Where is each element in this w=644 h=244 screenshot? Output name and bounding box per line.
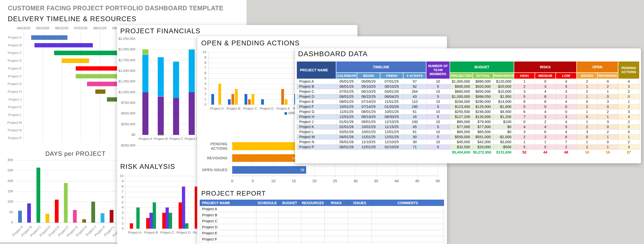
dash-cell[interactable]: 0 (535, 144, 556, 149)
dash-cell[interactable]: 4 (556, 129, 577, 134)
dash-cell[interactable]: $120,000 (493, 79, 514, 84)
report-cell[interactable] (348, 212, 372, 218)
dash-cell[interactable]: Project M (297, 134, 336, 139)
dash-cell[interactable]: $900,000 (450, 84, 473, 89)
report-cell[interactable] (325, 236, 348, 242)
dash-cell[interactable]: 10/01/25 (357, 129, 380, 134)
dash-cell[interactable]: -$20,000 (493, 84, 514, 89)
dash-cell[interactable]: $4,500 (493, 109, 514, 114)
report-cell[interactable]: Project D (200, 224, 256, 230)
dash-cell[interactable]: 12/01/25 (380, 134, 403, 139)
dash-cell[interactable]: 5 (426, 134, 450, 139)
dash-cell[interactable]: 4 (556, 119, 577, 124)
dash-cell[interactable]: 11/15/25 (380, 124, 403, 129)
dash-cell[interactable]: 2 (577, 124, 597, 129)
dash-cell[interactable]: $126,000 (473, 114, 493, 119)
dash-cell[interactable]: 1 (514, 139, 535, 144)
dash-cell[interactable]: $1,200 (493, 114, 514, 119)
report-cell[interactable] (372, 206, 444, 212)
dash-cell[interactable]: 10 (426, 79, 450, 84)
dash-cell[interactable]: $77,000 (473, 124, 493, 129)
report-cell[interactable] (256, 230, 278, 236)
dash-cell[interactable]: 2 (577, 104, 597, 109)
dash-cell[interactable]: $77,000 (450, 124, 473, 129)
dash-cell[interactable]: 2 (597, 84, 618, 89)
dash-cell[interactable]: Project H (297, 114, 336, 119)
dash-cell[interactable]: 08/30/25 (380, 114, 403, 119)
dash-cell[interactable]: 06/10/25 (357, 89, 380, 94)
dash-cell[interactable]: Project A (297, 79, 336, 84)
dash-cell[interactable]: 1 (577, 94, 597, 99)
dash-cell[interactable]: 10/01/25 (357, 124, 380, 129)
report-cell[interactable] (301, 218, 325, 224)
dash-cell[interactable]: 4 (618, 79, 639, 84)
dash-cell[interactable]: $10,000 (493, 89, 514, 94)
report-cell[interactable] (301, 236, 325, 242)
dash-cell[interactable]: Project F (297, 104, 336, 109)
dash-cell[interactable]: 2 (577, 144, 597, 149)
dash-cell[interactable]: 3 (535, 114, 556, 119)
dash-cell[interactable]: $0 (493, 124, 514, 129)
dash-cell[interactable]: 10 (426, 109, 450, 114)
report-cell[interactable] (325, 230, 348, 236)
dash-cell[interactable]: $79,900 (473, 119, 493, 124)
report-cell[interactable] (278, 224, 301, 230)
dash-cell[interactable]: 6 (514, 109, 535, 114)
dash-cell[interactable]: 0 (597, 94, 618, 99)
dash-cell[interactable]: 09/01/25 (336, 99, 357, 104)
report-cell[interactable] (325, 212, 348, 218)
dash-cell[interactable]: 8 (514, 99, 535, 104)
dash-cell[interactable]: $42,000 (473, 139, 493, 144)
dash-cell[interactable]: $65,000 (473, 129, 493, 134)
dash-cell[interactable]: $294,000 (450, 99, 473, 104)
dash-cell[interactable]: 100 (403, 119, 426, 124)
dash-cell[interactable]: 1 (597, 89, 618, 94)
dash-cell[interactable]: 4 (535, 109, 556, 114)
dash-cell[interactable]: $14,000 (493, 99, 514, 104)
dash-cell[interactable]: $0 (493, 129, 514, 134)
dash-cell[interactable]: 5 (514, 94, 535, 99)
report-cell[interactable] (325, 206, 348, 212)
dash-cell[interactable]: 1 (535, 139, 556, 144)
dash-cell[interactable]: 12/10/25 (380, 139, 403, 144)
dash-cell[interactable]: 6 (535, 129, 556, 134)
dash-cell[interactable]: 03/01/26 (380, 89, 403, 94)
dash-cell[interactable]: 0 (556, 104, 577, 109)
dash-cell[interactable]: 1 (597, 144, 618, 149)
dash-cell[interactable]: 5 (426, 104, 450, 109)
report-cell[interactable] (278, 230, 301, 236)
dash-cell[interactable]: 06/22/25 (357, 94, 380, 99)
dash-cell[interactable]: 0 (597, 79, 618, 84)
dash-cell[interactable]: 190 (403, 104, 426, 109)
dash-cell[interactable]: 02/01/26 (336, 124, 357, 129)
dashboard-data-panel[interactable]: DASHBOARD DATA PROJECT NAMETIMELINENUMBE… (295, 48, 641, 163)
dash-cell[interactable]: 10/01/25 (380, 109, 403, 114)
dash-cell[interactable]: 61 (403, 129, 426, 134)
dash-cell[interactable]: 11/01/25 (336, 109, 357, 114)
dash-cell[interactable]: 2 (535, 119, 556, 124)
dash-cell[interactable]: $65,000 (450, 129, 473, 134)
dash-cell[interactable]: $1,000,000 (450, 79, 473, 84)
dash-cell[interactable]: Project L (297, 129, 336, 134)
dash-cell[interactable]: 3 (514, 129, 535, 134)
dash-cell[interactable]: 5 (556, 84, 577, 89)
dash-cell[interactable]: 11/01/25 (380, 99, 403, 104)
dash-cell[interactable]: 3 (618, 84, 639, 89)
report-cell[interactable] (256, 236, 278, 242)
dash-cell[interactable]: 05/10/25 (357, 84, 380, 89)
dash-cell[interactable]: 6 (556, 134, 577, 139)
report-cell[interactable] (278, 242, 301, 244)
dash-cell[interactable]: 11/10/25 (357, 139, 380, 144)
dash-cell[interactable]: 2 (618, 104, 639, 109)
dash-cell[interactable]: 3 (597, 99, 618, 104)
dash-cell[interactable]: 1 (577, 119, 597, 124)
dash-cell[interactable]: $123,400 (450, 104, 473, 109)
dash-cell[interactable]: 01/20/26 (380, 104, 403, 109)
dash-cell[interactable]: 5 (514, 104, 535, 109)
dash-cell[interactable]: 0 (618, 94, 639, 99)
dash-cell[interactable]: 0 (556, 109, 577, 114)
report-cell[interactable] (348, 236, 372, 242)
dash-cell[interactable]: 5 (426, 124, 450, 129)
dash-cell[interactable]: 3 (556, 89, 577, 94)
dash-cell[interactable]: 0 (577, 99, 597, 104)
